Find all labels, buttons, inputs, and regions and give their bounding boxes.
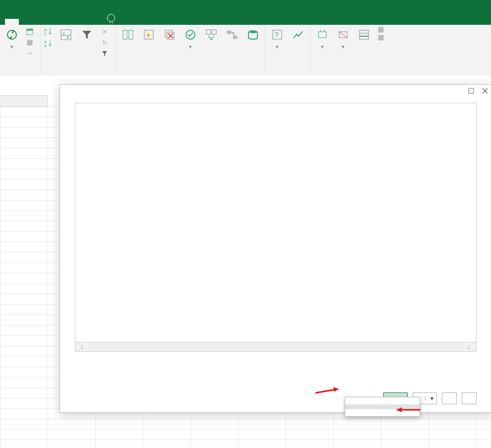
remove-duplicates-icon [163,28,177,42]
filter-icon [80,28,94,42]
tab-developer[interactable] [47,19,61,25]
svg-text:A: A [66,35,69,40]
remove-duplicates-button[interactable] [161,27,179,44]
menu-combine-transform[interactable] [345,399,420,404]
tab-data[interactable] [5,19,19,25]
tab-help[interactable] [61,19,74,25]
group-outline: ▾ ▾ + − [310,25,389,75]
transform-button[interactable] [442,392,457,404]
lightbulb-icon [107,14,115,22]
queries-button[interactable] [24,27,38,37]
svg-rect-29 [318,32,326,38]
advanced-icon [101,50,109,58]
svg-text:A: A [44,44,47,48]
scroll-left-icon[interactable]: 〈 [77,343,84,350]
svg-rect-24 [227,31,231,34]
subtotal-icon [357,28,371,42]
relationships-icon [225,28,239,42]
group-datatools-label [119,65,262,75]
tab-review[interactable] [19,19,33,25]
relationships-button[interactable] [223,27,241,44]
edit-links-button[interactable] [24,49,38,59]
svg-rect-32 [360,30,368,39]
close-icon[interactable] [482,87,489,94]
titlebar [0,0,491,11]
sort-desc-icon[interactable]: ZA [44,39,54,48]
data-validation-button[interactable]: ▾ [182,27,199,51]
group-sort: AZ ZA ZA ✕ ↻ [41,25,116,75]
clear-icon: ✕ [101,28,109,36]
svg-line-31 [339,32,347,38]
h-scrollbar[interactable]: 〈 〉 [75,342,476,351]
validation-icon [184,28,197,42]
sort-asc-icon[interactable]: AZ [44,27,54,36]
refresh-all-button[interactable]: ▾ [3,27,21,51]
collapse-icon[interactable]: − [378,35,386,42]
svg-rect-39 [469,88,474,93]
flash-fill-button[interactable] [140,27,158,44]
menu-combine-load-to[interactable] [345,409,420,414]
combine-menu [345,397,420,417]
svg-text:?: ? [275,31,279,39]
data-model-button[interactable] [244,27,262,44]
column-header-c[interactable] [0,95,48,107]
ribbon: ▾ AZ ZA ZA ✕ [0,25,491,76]
group-outline-label [313,65,386,75]
menu-combine-load[interactable] [345,404,420,409]
consolidate-icon [204,28,218,42]
tellme-search[interactable] [102,11,123,25]
group-datatools: ▾ [116,25,265,75]
properties-icon [26,39,34,47]
scroll-right-icon[interactable]: 〉 [467,343,474,350]
group-forecast: ?▾ [265,25,310,75]
group-sort-label [44,65,113,75]
group-forecast-label [268,65,307,75]
svg-rect-15 [129,30,133,39]
svg-rect-3 [27,40,32,45]
svg-point-0 [7,30,16,39]
svg-text:−: − [380,35,383,40]
group-queries-label [3,65,38,75]
group-icon [315,28,329,42]
svg-rect-2 [27,29,33,31]
svg-point-26 [248,30,257,33]
forecast-sheet-button[interactable] [289,27,307,44]
refresh-icon [5,28,19,42]
svg-rect-14 [123,30,127,39]
maximize-icon[interactable] [468,87,475,94]
cancel-button[interactable] [462,392,477,404]
text-to-columns-button[interactable] [119,27,137,44]
properties-button[interactable] [24,38,38,48]
svg-rect-23 [212,30,216,34]
consolidate-button[interactable] [202,27,220,44]
filter-button[interactable] [78,27,96,44]
advanced-filter-button[interactable] [99,49,113,59]
text-to-columns-icon [121,28,135,42]
svg-rect-25 [233,36,237,39]
whatif-button[interactable]: ?▾ [268,27,286,51]
sort-button[interactable]: ZA [57,27,75,44]
clear-filter-button[interactable]: ✕ [99,27,113,37]
file-table: 〈 〉 [75,103,477,352]
group-queries: ▾ [0,25,41,75]
sort-icon: ZA [59,28,73,42]
ribbon-tabs [0,11,491,25]
tab-view[interactable] [33,19,47,25]
tab-baidu[interactable] [88,19,102,25]
svg-text:+: + [379,27,382,33]
subtotal-button[interactable] [355,27,373,44]
svg-rect-22 [206,30,211,34]
reapply-icon: ↻ [101,39,109,47]
whatif-icon: ? [270,28,284,42]
links-icon [26,50,34,58]
group-button[interactable]: ▾ [313,27,331,51]
flash-fill-icon [142,28,156,42]
reapply-button[interactable]: ↻ [99,38,113,48]
load-dropdown-icon[interactable]: ▾ [428,393,436,404]
forecast-icon [291,28,305,42]
ungroup-icon [336,28,350,42]
data-model-icon [246,28,260,42]
expand-icon[interactable]: + [378,27,386,34]
tab-powerpivot[interactable] [74,19,88,25]
ungroup-button[interactable]: ▾ [334,27,352,51]
